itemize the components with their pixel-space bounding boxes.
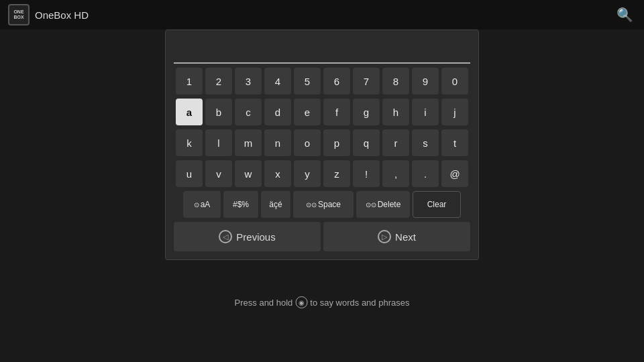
- key-9[interactable]: 9: [412, 68, 439, 95]
- key-o[interactable]: o: [294, 129, 321, 156]
- next-icon: ▷: [378, 230, 391, 243]
- hint-text: Press and hold ◉ to say words and phrase…: [235, 296, 410, 308]
- symbols-button[interactable]: #$%: [223, 191, 258, 218]
- key-g[interactable]: g: [353, 99, 380, 125]
- key-v[interactable]: v: [205, 160, 232, 187]
- logo-box: ONEBOX: [8, 4, 30, 25]
- key-m[interactable]: m: [235, 129, 262, 156]
- key-k[interactable]: k: [176, 129, 203, 156]
- key-l[interactable]: l: [205, 129, 232, 156]
- key-x[interactable]: x: [264, 160, 291, 187]
- previous-button[interactable]: ◁ Previous: [174, 222, 321, 251]
- case-toggle-button[interactable]: ⊙ aA: [183, 191, 221, 218]
- key-u[interactable]: u: [176, 160, 203, 187]
- case-label: aA: [201, 200, 211, 209]
- special-row: ⊙ aA #$% äçé ⊙⊙ Space ⊙⊙ Delete Clear: [174, 191, 470, 218]
- key-p[interactable]: p: [323, 129, 350, 156]
- key-f[interactable]: f: [323, 99, 350, 125]
- key-d[interactable]: d: [264, 99, 291, 125]
- key-6[interactable]: 6: [323, 68, 350, 95]
- accents-label: äçé: [269, 200, 282, 209]
- logo-text: ONEBOX: [13, 9, 23, 21]
- search-icon[interactable]: 🔍: [616, 7, 633, 23]
- key-comma[interactable]: ,: [382, 160, 409, 187]
- key-a[interactable]: a: [176, 99, 203, 125]
- next-button[interactable]: ▷ Next: [323, 222, 470, 251]
- key-e[interactable]: e: [294, 99, 321, 125]
- key-n[interactable]: n: [264, 129, 291, 156]
- previous-icon: ◁: [219, 230, 232, 243]
- key-1[interactable]: 1: [176, 68, 203, 95]
- key-0[interactable]: 0: [441, 68, 468, 95]
- key-exclaim[interactable]: !: [353, 160, 380, 187]
- key-s[interactable]: s: [412, 129, 439, 156]
- key-b[interactable]: b: [205, 99, 232, 125]
- key-i[interactable]: i: [412, 99, 439, 125]
- number-row: 1 2 3 4 5 6 7 8 9 0: [174, 68, 470, 95]
- key-5[interactable]: 5: [294, 68, 321, 95]
- symbols-label: #$%: [233, 200, 249, 209]
- clear-label: Clear: [427, 200, 447, 209]
- key-4[interactable]: 4: [264, 68, 291, 95]
- hint-after: to say words and phrases: [310, 298, 409, 308]
- key-q[interactable]: q: [353, 129, 380, 156]
- key-z[interactable]: z: [323, 160, 350, 187]
- next-label: Next: [395, 231, 416, 243]
- key-w[interactable]: w: [235, 160, 262, 187]
- key-j[interactable]: j: [441, 99, 468, 125]
- delete-button[interactable]: ⊙⊙ Delete: [356, 191, 410, 218]
- row-kt: k l m n o p q r s t: [174, 129, 470, 156]
- row-u-at: u v w x y z ! , . @: [174, 160, 470, 187]
- key-period[interactable]: .: [412, 160, 439, 187]
- key-h[interactable]: h: [382, 99, 409, 125]
- key-r[interactable]: r: [382, 129, 409, 156]
- key-7[interactable]: 7: [353, 68, 380, 95]
- key-2[interactable]: 2: [205, 68, 232, 95]
- clear-button[interactable]: Clear: [413, 191, 461, 218]
- previous-label: Previous: [236, 231, 275, 243]
- row-aj: a b c d e f g h i j: [174, 99, 470, 125]
- nav-row: ◁ Previous ▷ Next: [174, 222, 470, 251]
- hint-before: Press and hold: [235, 298, 293, 308]
- text-input[interactable]: [174, 38, 470, 64]
- key-3[interactable]: 3: [235, 68, 262, 95]
- key-y[interactable]: y: [294, 160, 321, 187]
- app-title: OneBox HD: [35, 9, 89, 21]
- space-button[interactable]: ⊙⊙ Space: [293, 191, 354, 218]
- accents-button[interactable]: äçé: [261, 191, 290, 218]
- space-label: Space: [318, 200, 341, 209]
- keyboard-modal: 1 2 3 4 5 6 7 8 9 0 a b c d e f g h i j …: [165, 29, 479, 260]
- top-bar: ONEBOX OneBox HD 🔍: [0, 0, 644, 29]
- delete-label: Delete: [378, 200, 401, 209]
- key-t[interactable]: t: [441, 129, 468, 156]
- key-8[interactable]: 8: [382, 68, 409, 95]
- key-c[interactable]: c: [235, 99, 262, 125]
- key-at[interactable]: @: [441, 160, 468, 187]
- mic-icon: ◉: [295, 296, 307, 308]
